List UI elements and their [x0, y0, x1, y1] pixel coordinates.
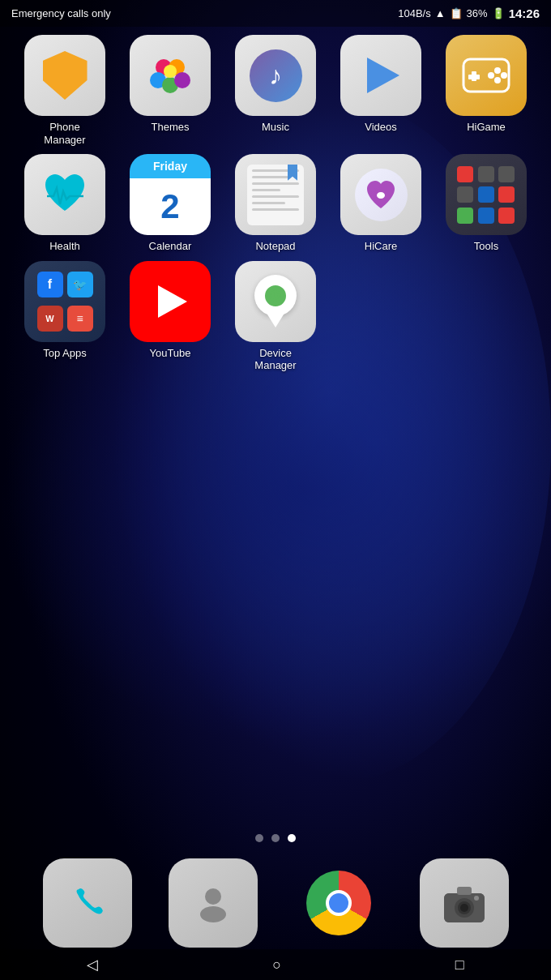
calendar-icon: Friday 2 [130, 154, 211, 235]
nav-recent[interactable]: □ [439, 952, 481, 978]
calendar-label: Calendar [149, 240, 192, 253]
svg-rect-20 [457, 887, 472, 895]
dock-camera[interactable] [420, 858, 509, 948]
app-youtube[interactable]: YouTube [122, 261, 219, 372]
home-screen: Phone Manager Themes ♪ [0, 27, 551, 380]
hicare-icon [340, 154, 421, 235]
camera-icon [441, 882, 488, 924]
themes-label: Themes [152, 121, 190, 134]
phone-manager-label: Phone Manager [44, 121, 85, 146]
phone-icon [66, 882, 109, 924]
status-bar: Emergency calls only 104B/s ▲ 📋 36% 🔋 14… [0, 0, 551, 27]
contacts-icon [192, 882, 234, 924]
page-dots [0, 834, 551, 842]
svg-rect-8 [468, 75, 480, 79]
tools-label: Tools [474, 240, 498, 253]
svg-point-21 [474, 896, 479, 901]
battery-pct: 36% [467, 7, 488, 19]
app-higame[interactable]: HiGame [438, 35, 535, 146]
app-videos[interactable]: Videos [332, 35, 429, 146]
app-top-apps[interactable]: f 🐦 W ≡ Top Apps [16, 261, 113, 372]
dock-chrome[interactable] [294, 858, 383, 948]
svg-point-11 [501, 72, 507, 79]
app-phone-manager[interactable]: Phone Manager [16, 35, 113, 146]
clock: 14:26 [509, 6, 540, 20]
emergency-text: Emergency calls only [11, 7, 111, 19]
sim-icon: 📋 [450, 7, 463, 19]
dot-3[interactable] [288, 834, 296, 842]
battery-icon: 🔋 [492, 7, 505, 19]
app-row-2: Health Friday 2 Calendar [16, 154, 535, 253]
svg-point-4 [174, 72, 190, 88]
device-manager-icon [235, 261, 316, 342]
notepad-label: Notepad [255, 240, 295, 253]
chrome-logo [306, 871, 371, 935]
status-right: 104B/s ▲ 📋 36% 🔋 14:26 [398, 6, 540, 20]
themes-icon [130, 35, 211, 116]
dock [0, 858, 551, 948]
svg-point-13 [205, 888, 221, 905]
top-apps-label: Top Apps [43, 347, 87, 360]
svg-point-12 [494, 77, 501, 83]
videos-label: Videos [365, 121, 397, 134]
app-music[interactable]: ♪ Music [227, 35, 324, 146]
youtube-label: YouTube [149, 347, 190, 360]
higame-label: HiGame [467, 121, 506, 134]
hicare-label: HiCare [365, 240, 397, 253]
phone-manager-icon [24, 35, 105, 116]
app-tools[interactable]: Tools [438, 154, 535, 253]
app-health[interactable]: Health [16, 154, 113, 253]
youtube-icon [130, 261, 211, 342]
videos-icon [340, 35, 421, 116]
app-hicare[interactable]: HiCare [332, 154, 429, 253]
health-label: Health [49, 240, 80, 253]
music-label: Music [262, 121, 289, 134]
dock-contacts[interactable] [169, 858, 258, 948]
svg-point-9 [494, 67, 501, 74]
dot-1[interactable] [255, 834, 263, 842]
app-calendar[interactable]: Friday 2 Calendar [122, 154, 219, 253]
device-manager-label: Device Manager [254, 347, 296, 372]
dock-phone[interactable] [43, 858, 132, 948]
svg-point-5 [164, 65, 177, 78]
calendar-day-name: Friday [130, 154, 211, 178]
dot-2[interactable] [271, 834, 280, 842]
top-apps-icon: f 🐦 W ≡ [24, 261, 105, 342]
higame-icon [446, 35, 527, 116]
svg-point-19 [460, 904, 468, 912]
tools-icon [446, 154, 527, 235]
network-speed: 104B/s [398, 7, 430, 19]
app-notepad[interactable]: Notepad [227, 154, 324, 253]
notepad-icon [235, 154, 316, 235]
wifi-icon: ▲ [435, 7, 446, 19]
nav-home[interactable]: ○ [256, 952, 297, 978]
nav-bar: ◁ ○ □ [0, 949, 551, 980]
svg-point-14 [200, 906, 226, 922]
calendar-day-num: 2 [130, 178, 211, 235]
nav-back[interactable]: ◁ [70, 951, 114, 978]
app-row-3: f 🐦 W ≡ Top Apps YouTube [16, 261, 535, 372]
app-themes[interactable]: Themes [122, 35, 219, 146]
health-icon [24, 154, 105, 235]
app-device-manager[interactable]: Device Manager [227, 261, 324, 372]
app-row-1: Phone Manager Themes ♪ [16, 35, 535, 146]
svg-point-10 [488, 72, 494, 79]
music-icon: ♪ [235, 35, 316, 116]
